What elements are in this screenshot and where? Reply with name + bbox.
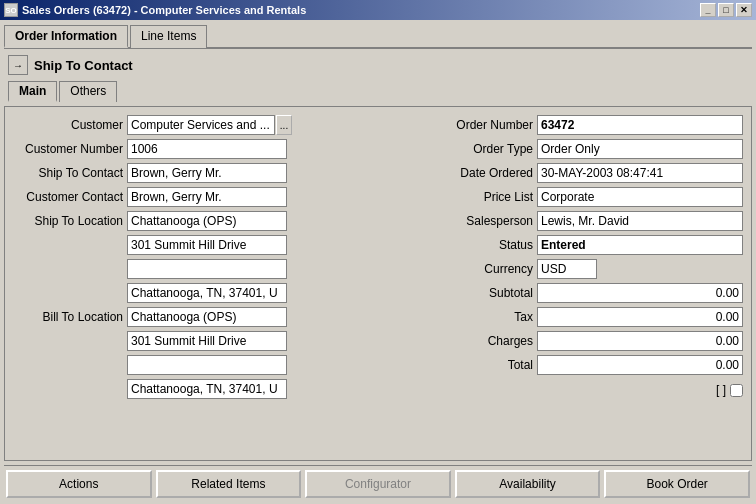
subtotal-value[interactable] xyxy=(537,283,743,303)
customer-number-input[interactable] xyxy=(127,139,287,159)
app-icon: SO xyxy=(4,3,18,17)
ship-to-location-row: Ship To Location xyxy=(13,211,427,231)
bill-address-3-input[interactable] xyxy=(127,379,287,399)
tab-line-items[interactable]: Line Items xyxy=(130,25,207,48)
ship-to-location-label: Ship To Location xyxy=(13,214,123,228)
order-number-input[interactable] xyxy=(537,115,743,135)
minimize-button[interactable]: _ xyxy=(700,3,716,17)
ship-address-1-input[interactable] xyxy=(127,235,287,255)
salesperson-input[interactable] xyxy=(537,211,743,231)
subtotal-label: Subtotal xyxy=(443,286,533,300)
salesperson-label: Salesperson xyxy=(443,214,533,228)
inner-tab-bar: Main Others xyxy=(8,81,752,102)
charges-value[interactable] xyxy=(537,331,743,351)
customer-number-row: Customer Number xyxy=(13,139,427,159)
checkbox[interactable] xyxy=(730,384,743,397)
order-type-input[interactable] xyxy=(537,139,743,159)
inner-tab-others[interactable]: Others xyxy=(59,81,117,102)
bill-address-1-row xyxy=(13,331,427,351)
customer-contact-input[interactable] xyxy=(127,187,287,207)
related-items-button[interactable]: Related Items xyxy=(156,470,302,498)
total-row: Total xyxy=(443,355,743,375)
customer-lookup-button[interactable]: ... xyxy=(276,115,292,135)
window-body: Order Information Line Items → Ship To C… xyxy=(0,20,756,504)
ship-to-contact-row: Ship To Contact xyxy=(13,163,427,183)
total-label: Total xyxy=(443,358,533,372)
price-list-label: Price List xyxy=(443,190,533,204)
bill-address-2-input[interactable] xyxy=(127,355,287,375)
price-list-row: Price List xyxy=(443,187,743,207)
bill-to-location-input[interactable] xyxy=(127,307,287,327)
customer-number-label: Customer Number xyxy=(13,142,123,156)
left-form: Customer ... Customer Number Ship To Con… xyxy=(13,115,427,452)
date-ordered-row: Date Ordered xyxy=(443,163,743,183)
order-number-row: Order Number xyxy=(443,115,743,135)
order-type-label: Order Type xyxy=(443,142,533,156)
order-number-label: Order Number xyxy=(443,118,533,132)
customer-input[interactable] xyxy=(127,115,275,135)
date-ordered-label: Date Ordered xyxy=(443,166,533,180)
date-ordered-input[interactable] xyxy=(537,163,743,183)
inner-tab-main[interactable]: Main xyxy=(8,81,57,102)
customer-contact-label: Customer Contact xyxy=(13,190,123,204)
tax-value[interactable] xyxy=(537,307,743,327)
right-form: Order Number Order Type Date Ordered Pri… xyxy=(443,115,743,452)
ship-to-icon: → xyxy=(8,55,28,75)
bill-address-3-row xyxy=(13,379,427,399)
charges-label: Charges xyxy=(443,334,533,348)
ship-address-1-row xyxy=(13,235,427,255)
bill-to-location-label: Bill To Location xyxy=(13,310,123,324)
status-label: Status xyxy=(443,238,533,252)
customer-field-group: ... xyxy=(127,115,292,135)
title-bar: SO Sales Orders (63472) - Computer Servi… xyxy=(0,0,756,20)
ship-to-contact-input[interactable] xyxy=(127,163,287,183)
tax-row: Tax xyxy=(443,307,743,327)
ship-address-3-input[interactable] xyxy=(127,283,287,303)
customer-label: Customer xyxy=(13,118,123,132)
tax-label: Tax xyxy=(443,310,533,324)
currency-row: Currency xyxy=(443,259,743,279)
bracket-label: [ ] xyxy=(716,383,726,397)
ship-address-2-row xyxy=(13,259,427,279)
ship-to-location-input[interactable] xyxy=(127,211,287,231)
subtotal-row: Subtotal xyxy=(443,283,743,303)
bottom-bar: Actions Related Items Configurator Avail… xyxy=(4,465,752,500)
maximize-button[interactable]: □ xyxy=(718,3,734,17)
ship-to-contact-label: Ship To Contact xyxy=(13,166,123,180)
window-controls: _ □ ✕ xyxy=(700,3,752,17)
outer-tab-bar: Order Information Line Items xyxy=(4,24,752,49)
price-list-input[interactable] xyxy=(537,187,743,207)
charges-row: Charges xyxy=(443,331,743,351)
book-order-button[interactable]: Book Order xyxy=(604,470,750,498)
configurator-button: Configurator xyxy=(305,470,451,498)
ship-address-3-row xyxy=(13,283,427,303)
customer-contact-row: Customer Contact xyxy=(13,187,427,207)
customer-row: Customer ... xyxy=(13,115,427,135)
total-value[interactable] xyxy=(537,355,743,375)
window-title: Sales Orders (63472) - Computer Services… xyxy=(22,4,306,16)
salesperson-row: Salesperson xyxy=(443,211,743,231)
availability-button[interactable]: Availability xyxy=(455,470,601,498)
close-button[interactable]: ✕ xyxy=(736,3,752,17)
actions-button[interactable]: Actions xyxy=(6,470,152,498)
ship-address-2-input[interactable] xyxy=(127,259,287,279)
currency-input[interactable] xyxy=(537,259,597,279)
form-area: Customer ... Customer Number Ship To Con… xyxy=(4,106,752,461)
bill-address-2-row xyxy=(13,355,427,375)
status-row: Status xyxy=(443,235,743,255)
section-header: → Ship To Contact xyxy=(4,53,752,77)
status-input[interactable] xyxy=(537,235,743,255)
order-type-row: Order Type xyxy=(443,139,743,159)
content-area: → Ship To Contact Main Others Customer .… xyxy=(4,53,752,461)
checkbox-area: [ ] xyxy=(443,383,743,397)
section-title: Ship To Contact xyxy=(34,58,133,73)
currency-label: Currency xyxy=(443,262,533,276)
bill-to-location-row: Bill To Location xyxy=(13,307,427,327)
tab-order-information[interactable]: Order Information xyxy=(4,25,128,48)
bill-address-1-input[interactable] xyxy=(127,331,287,351)
